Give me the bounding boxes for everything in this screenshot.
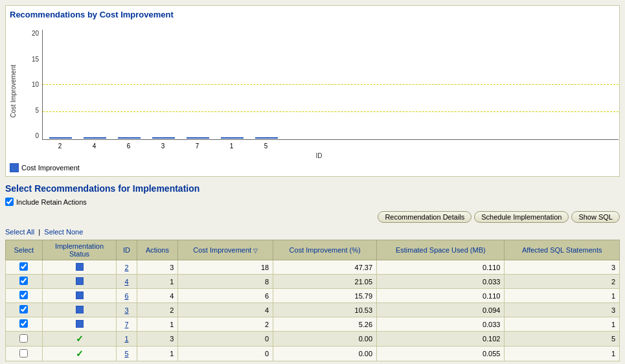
bar-5 (255, 137, 278, 139)
cell-select (6, 275, 43, 289)
bar-group-7 (187, 137, 209, 139)
table-row: ✓5100.000.0551 (6, 347, 620, 361)
y-label-5: 5 (21, 107, 39, 114)
x-label-7: 7 (186, 142, 209, 150)
status-icon-blue (76, 277, 84, 285)
status-icon-green: ✓ (76, 348, 84, 359)
y-label-0: 0 (21, 132, 39, 139)
row-checkbox-5[interactable] (19, 349, 28, 358)
table-row: 7125.260.0331 (6, 317, 620, 332)
cell-space-used: 0.033 (377, 317, 505, 332)
x-label-6: 6 (117, 142, 140, 150)
y-label-20: 20 (21, 30, 39, 37)
cell-space-used: 0.110 (377, 260, 505, 275)
legend-label: Cost Improvement (21, 164, 80, 172)
cell-select (6, 303, 43, 317)
cell-sql-statements: 5 (505, 332, 620, 347)
cell-space-used: 0.102 (377, 332, 505, 347)
gridline-dashed-10 (43, 84, 619, 85)
cell-id: 4 (117, 275, 137, 289)
id-link[interactable]: 6 (124, 292, 128, 300)
data-table: Select ImplementationStatus ID Actions C… (5, 240, 620, 361)
table-header-row: Select ImplementationStatus ID Actions C… (6, 240, 620, 260)
chart-inner: 20 15 10 5 0 (19, 30, 619, 159)
cell-sql-statements: 1 (505, 317, 620, 332)
cell-id: 7 (117, 317, 137, 332)
schedule-implementation-button[interactable]: Schedule Implementation (474, 211, 569, 223)
bar-group-6 (118, 137, 141, 139)
bar-group-5 (255, 137, 278, 139)
cell-id: 3 (117, 303, 137, 317)
cell-status: ✓ (42, 332, 117, 347)
gridline-dashed-5 (43, 111, 619, 112)
row-checkbox-7[interactable] (19, 319, 28, 328)
cell-actions: 3 (137, 260, 178, 275)
show-sql-button[interactable]: Show SQL (571, 211, 620, 223)
th-actions: Actions (137, 240, 178, 260)
cell-cost-improvement-pct: 0.00 (273, 347, 377, 361)
table-body: 231847.370.110341821.050.033264615.790.1… (6, 260, 620, 361)
select-all-link[interactable]: Select All (5, 228, 34, 236)
row-checkbox-3[interactable] (19, 305, 28, 313)
x-label-3: 3 (152, 142, 174, 150)
chart-section: Recommendations by Cost Improvement Cost… (5, 5, 620, 177)
cell-select (6, 347, 43, 361)
th-cost-improvement-pct: Cost Improvement (%) (273, 240, 377, 260)
row-checkbox-6[interactable] (19, 291, 28, 299)
x-label-4: 4 (83, 142, 106, 150)
id-link[interactable]: 2 (124, 264, 128, 271)
row-checkbox-2[interactable] (19, 262, 28, 271)
id-link[interactable]: 4 (124, 278, 128, 286)
cell-cost-improvement-pct: 21.05 (273, 275, 377, 289)
cell-actions: 2 (137, 303, 178, 317)
recommendation-details-button[interactable]: Recommendation Details (378, 211, 472, 223)
cell-actions: 1 (137, 347, 178, 361)
status-icon-blue (76, 306, 84, 313)
cell-id: 5 (117, 347, 137, 361)
th-space-used: Estimated Space Used (MB) (377, 240, 505, 260)
cell-sql-statements: 3 (505, 260, 620, 275)
chart-y-axis-label: Cost Improvement (10, 65, 17, 118)
cell-cost-improvement: 0 (178, 347, 273, 361)
y-label-10: 10 (21, 81, 39, 88)
bar-group-4 (84, 137, 106, 139)
row-checkbox-4[interactable] (19, 277, 28, 285)
id-link[interactable]: 7 (124, 321, 128, 328)
cell-id: 1 (117, 332, 137, 347)
x-label-2: 2 (49, 142, 71, 150)
toolbar-row: Recommendation Details Schedule Implemen… (5, 210, 620, 224)
table-row: ✓1300.000.1025 (6, 332, 620, 347)
bar-group-3 (152, 137, 175, 139)
cell-cost-improvement-pct: 47.37 (273, 260, 377, 275)
th-cost-improvement: Cost Improvement ▽ (178, 240, 273, 260)
cell-cost-improvement-pct: 10.53 (273, 303, 377, 317)
x-axis-title: ID (19, 152, 619, 159)
id-link[interactable]: 3 (124, 306, 128, 314)
cell-actions: 3 (137, 332, 178, 347)
row-checkbox-1[interactable] (19, 334, 28, 343)
table-row: 231847.370.1103 (6, 260, 620, 275)
bar-2 (49, 137, 72, 139)
id-link[interactable]: 1 (124, 335, 128, 343)
chart-legend: Cost Improvement (10, 163, 615, 172)
cell-space-used: 0.033 (377, 275, 505, 289)
bar-7 (187, 137, 209, 139)
cell-cost-improvement: 18 (178, 260, 273, 275)
cell-cost-improvement: 6 (178, 289, 273, 303)
chart-title: Recommendations by Cost Improvement (10, 10, 615, 19)
cell-select (6, 317, 43, 332)
cell-status (42, 275, 117, 289)
select-none-link[interactable]: Select None (44, 228, 83, 236)
cell-select (6, 289, 43, 303)
bar-3 (152, 137, 175, 139)
table-row: 32410.530.0943 (6, 303, 620, 317)
include-retain-checkbox[interactable] (5, 198, 14, 206)
include-actions-row: Include Retain Actions (5, 198, 620, 206)
cell-status (42, 260, 117, 275)
id-link[interactable]: 5 (124, 350, 128, 358)
cell-cost-improvement: 8 (178, 275, 273, 289)
cell-sql-statements: 1 (505, 347, 620, 361)
x-axis-labels: 2 4 6 3 7 1 5 (19, 142, 619, 151)
y-label-15: 15 (21, 56, 39, 63)
cell-space-used: 0.094 (377, 303, 505, 317)
